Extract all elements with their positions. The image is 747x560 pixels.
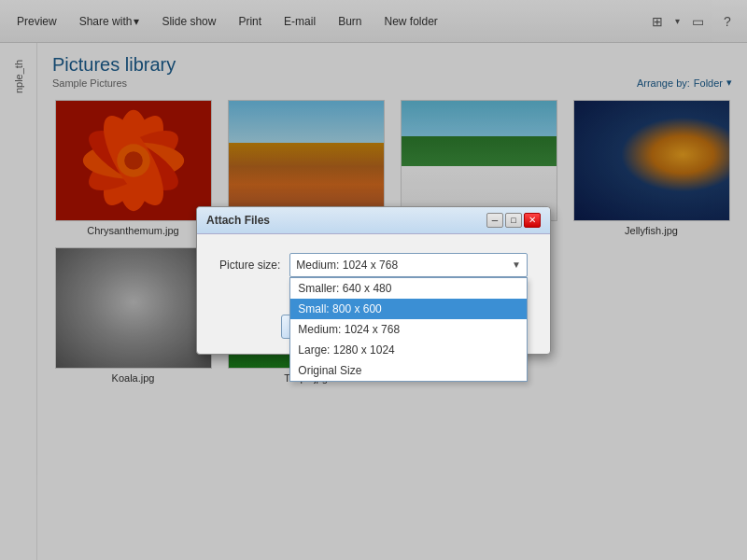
dialog-close-button[interactable]: ✕ — [524, 213, 541, 228]
dialog-overlay: Attach Files ─ □ ✕ Picture size: Medium:… — [0, 0, 747, 560]
picture-size-label: Picture size: — [219, 259, 280, 272]
dropdown-option-large[interactable]: Large: 1280 x 1024 — [290, 340, 527, 360]
dropdown-arrow-icon: ▼ — [512, 259, 521, 270]
picture-size-row: Picture size: Medium: 1024 x 768 ▼ Small… — [219, 253, 528, 277]
dialog-titlebar: Attach Files ─ □ ✕ — [197, 207, 550, 234]
size-select-wrapper: Medium: 1024 x 768 ▼ Smaller: 640 x 480 … — [289, 253, 528, 277]
dialog-title: Attach Files — [206, 214, 270, 227]
size-select-display[interactable]: Medium: 1024 x 768 ▼ — [289, 253, 528, 277]
dropdown-option-small[interactable]: Small: 747 x 560 — [290, 299, 527, 319]
dropdown-option-smaller[interactable]: Smaller: 640 x 480 — [290, 278, 527, 299]
size-dropdown: Smaller: 640 x 480 Small: 747 x 560 Medi… — [289, 277, 528, 382]
dropdown-option-original[interactable]: Original Size — [290, 360, 527, 381]
dialog-minimize-button[interactable]: ─ — [486, 213, 503, 228]
selected-size-text: Medium: 1024 x 768 — [296, 259, 398, 272]
dialog-body: Picture size: Medium: 1024 x 768 ▼ Small… — [197, 234, 550, 307]
dropdown-option-medium[interactable]: Medium: 1024 x 768 — [290, 319, 527, 340]
attach-files-dialog: Attach Files ─ □ ✕ Picture size: Medium:… — [196, 206, 551, 355]
dialog-window-controls: ─ □ ✕ — [486, 213, 541, 228]
dialog-maximize-button[interactable]: □ — [505, 213, 522, 228]
